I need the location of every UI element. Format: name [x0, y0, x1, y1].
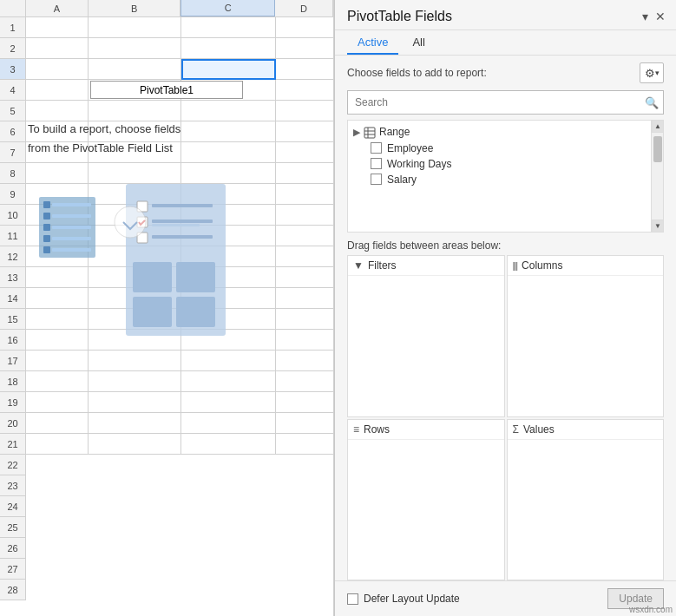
- panel-header-icons: ▾ ✕: [642, 10, 666, 23]
- expand-icon[interactable]: ▶: [353, 127, 360, 138]
- field-group-label: Range: [379, 126, 410, 138]
- row-num-27: 27: [0, 559, 25, 580]
- area-values[interactable]: Σ Values: [507, 419, 665, 581]
- spreadsheet: A B C D 1 2 3 4 5 6 7 8 9 10 11 12 13 14…: [0, 0, 334, 616]
- row-num-24: 24: [0, 496, 25, 517]
- cell-a3[interactable]: [26, 59, 89, 80]
- cell-c8[interactable]: [181, 163, 276, 184]
- rows-content[interactable]: [348, 440, 504, 580]
- row-num-12: 12: [0, 246, 25, 267]
- row-num-19: 19: [0, 392, 25, 413]
- watermark: wsxdn.com: [629, 605, 673, 614]
- choose-fields-label: Choose fields to add to report: ⚙ ▾: [335, 56, 676, 87]
- tab-bar: Active All: [335, 30, 676, 56]
- cell-c6[interactable]: [181, 121, 276, 142]
- cell-a7[interactable]: [26, 142, 89, 163]
- search-icon: 🔍: [645, 96, 659, 109]
- row-num-3: 3: [0, 59, 25, 80]
- pivot-panel: PivotTable Fields ▾ ✕ Active All Choose …: [334, 0, 676, 616]
- field-group-range: ▶ Range: [348, 124, 663, 141]
- field-item-salary[interactable]: Salary: [348, 172, 663, 187]
- cell-c3[interactable]: [181, 59, 276, 80]
- cell-c5[interactable]: [181, 101, 276, 121]
- row-num-7: 7: [0, 142, 25, 163]
- cell-d5[interactable]: [276, 101, 334, 121]
- gear-icon: ⚙: [645, 67, 655, 80]
- field-item-workingdays[interactable]: Working Days: [348, 156, 663, 172]
- cell-a4[interactable]: [26, 80, 89, 101]
- panel-close-icon[interactable]: ✕: [655, 10, 666, 23]
- filters-content[interactable]: [348, 276, 504, 416]
- field-checkbox-salary[interactable]: [371, 174, 382, 185]
- col-header-c: C: [180, 0, 275, 16]
- area-filters[interactable]: ▼ Filters: [347, 255, 505, 417]
- cell-a1[interactable]: [26, 17, 89, 38]
- cell-d3[interactable]: [276, 59, 334, 80]
- row-num-23: 23: [0, 475, 25, 496]
- cell-d6[interactable]: [276, 121, 334, 142]
- scroll-down-arrow[interactable]: [652, 220, 664, 232]
- cell-d4[interactable]: [276, 80, 334, 101]
- row-num-11: 11: [0, 226, 25, 246]
- search-input[interactable]: [347, 90, 664, 115]
- cell-a2[interactable]: [26, 38, 89, 59]
- field-checkbox-employee[interactable]: [371, 142, 382, 154]
- columns-icon: |||: [513, 260, 518, 271]
- cell-a6[interactable]: [26, 121, 89, 142]
- cell-d1[interactable]: [276, 17, 334, 38]
- row-num-18: 18: [0, 371, 25, 392]
- area-columns[interactable]: ||| Columns: [507, 255, 665, 417]
- row-num-28: 28: [0, 580, 25, 600]
- panel-title: PivotTable Fields: [347, 9, 452, 24]
- gear-button[interactable]: ⚙ ▾: [640, 62, 664, 83]
- field-list-scrollbar[interactable]: [651, 121, 663, 232]
- cell-b3[interactable]: [89, 59, 181, 80]
- cell-b1[interactable]: [89, 17, 181, 38]
- filters-label: Filters: [368, 259, 397, 272]
- cell-c7[interactable]: [181, 142, 276, 163]
- row-num-8: 8: [0, 163, 25, 184]
- row-num-22: 22: [0, 455, 25, 475]
- values-content[interactable]: [508, 440, 664, 580]
- defer-label: Defer Layout Update: [364, 593, 460, 605]
- cell-b7[interactable]: from the PivotTable Field List: [89, 142, 181, 163]
- cell-a5[interactable]: [26, 101, 89, 121]
- cell-d2[interactable]: [276, 38, 334, 59]
- defer-layout-check[interactable]: Defer Layout Update: [347, 593, 460, 605]
- tab-all[interactable]: All: [402, 30, 435, 55]
- cell-d7[interactable]: [276, 142, 334, 163]
- cell-b8[interactable]: [89, 163, 181, 184]
- field-item-employee[interactable]: Employee: [348, 141, 663, 156]
- col-header-b: B: [89, 0, 181, 16]
- row-num-14: 14: [0, 288, 25, 309]
- cell-b6[interactable]: To build a report, choose fields: [89, 121, 181, 142]
- col-header-d: D: [275, 0, 333, 16]
- row-num-9: 9: [0, 184, 25, 205]
- row-num-10: 10: [0, 205, 25, 226]
- panel-dropdown-arrow[interactable]: ▾: [642, 10, 648, 23]
- rows-label: Rows: [364, 423, 390, 436]
- cell-b2[interactable]: [89, 38, 181, 59]
- row-num-4: 4: [0, 80, 25, 101]
- scrollbar-thumb[interactable]: [653, 136, 662, 162]
- drag-label: Drag fields between areas below:: [335, 233, 676, 255]
- row-num-6: 6: [0, 121, 25, 142]
- panel-header: PivotTable Fields ▾ ✕: [335, 0, 676, 30]
- field-checkbox-workingdays[interactable]: [371, 158, 382, 169]
- row-num-26: 26: [0, 538, 25, 559]
- tab-active[interactable]: Active: [347, 30, 398, 55]
- row-num-15: 15: [0, 309, 25, 330]
- columns-content[interactable]: [508, 276, 664, 416]
- scroll-up-arrow[interactable]: [652, 121, 664, 133]
- cell-a8[interactable]: [26, 163, 89, 184]
- area-rows[interactable]: ≡ Rows: [347, 419, 505, 581]
- row-9: [26, 184, 334, 205]
- cell-c1[interactable]: [181, 17, 276, 38]
- cell-c2[interactable]: [181, 38, 276, 59]
- cell-d8[interactable]: [276, 163, 334, 184]
- cell-b5[interactable]: [89, 101, 181, 121]
- areas-grid: ▼ Filters ||| Columns ≡ Rows Σ Value: [347, 255, 664, 580]
- defer-checkbox[interactable]: [347, 593, 358, 605]
- field-list: ▶ Range Employee Working Days: [347, 120, 664, 233]
- cell-b4[interactable]: PivotTable1: [89, 80, 181, 101]
